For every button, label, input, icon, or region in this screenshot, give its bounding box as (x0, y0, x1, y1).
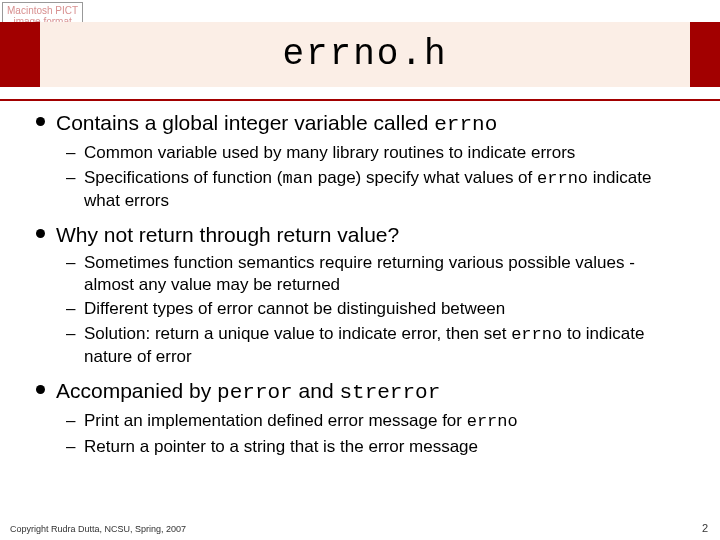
bullet-head: Why not return through return value? (56, 222, 688, 248)
bullet-head: Accompanied by perror and strerror (56, 378, 688, 406)
text-run: Common variable used by many library rou… (84, 143, 575, 162)
list-item: Why not return through return value?Some… (32, 222, 688, 368)
text-run: errno (537, 169, 588, 188)
text-run: perror (217, 381, 293, 404)
list-item: Contains a global integer variable calle… (32, 110, 688, 212)
text-run: Return a pointer to a string that is the… (84, 437, 478, 456)
text-run: Contains a global integer variable calle… (56, 111, 434, 134)
text-run: Different types of error cannot be disti… (84, 299, 505, 318)
list-item: Accompanied by perror and strerrorPrint … (32, 378, 688, 458)
badge-line: Macintosh PICT (7, 5, 78, 16)
text-run: Specifications of function ( (84, 168, 282, 187)
sub-list-item: Common variable used by many library rou… (56, 142, 688, 164)
sub-list: Common variable used by many library rou… (56, 142, 688, 211)
text-run: and (293, 379, 340, 402)
text-run: Accompanied by (56, 379, 217, 402)
sub-list-item: Sometimes function semantics require ret… (56, 252, 688, 296)
sub-list-item: Solution: return a unique value to indic… (56, 323, 688, 368)
text-run: Sometimes function semantics require ret… (84, 253, 635, 294)
sub-list-item: Different types of error cannot be disti… (56, 298, 688, 320)
sub-list-item: Specifications of function (man page) sp… (56, 167, 688, 212)
text-run: strerror (339, 381, 440, 404)
bullet-list: Contains a global integer variable calle… (32, 110, 688, 457)
text-run: Why not return through return value? (56, 223, 399, 246)
text-run: page) specify what values of (313, 168, 537, 187)
accent-line (0, 99, 720, 101)
text-run: Solution: return a unique value to indic… (84, 324, 511, 343)
text-run: errno (511, 325, 562, 344)
page-number: 2 (702, 522, 708, 534)
slide: Macintosh PICT image format is not suppo… (0, 0, 720, 540)
bullet-head: Contains a global integer variable calle… (56, 110, 688, 138)
footer-copyright: Copyright Rudra Dutta, NCSU, Spring, 200… (10, 524, 186, 534)
sub-list-item: Print an implementation defined error me… (56, 410, 688, 433)
slide-title: errno.h (40, 22, 690, 87)
text-run: Print an implementation defined error me… (84, 411, 467, 430)
sub-list: Print an implementation defined error me… (56, 410, 688, 458)
content-area: Contains a global integer variable calle… (32, 110, 688, 467)
sub-list: Sometimes function semantics require ret… (56, 252, 688, 368)
text-run: errno (467, 412, 518, 431)
title-bar: errno.h (0, 22, 720, 87)
text-run: errno (434, 113, 497, 136)
sub-list-item: Return a pointer to a string that is the… (56, 436, 688, 458)
text-run: man (282, 169, 313, 188)
